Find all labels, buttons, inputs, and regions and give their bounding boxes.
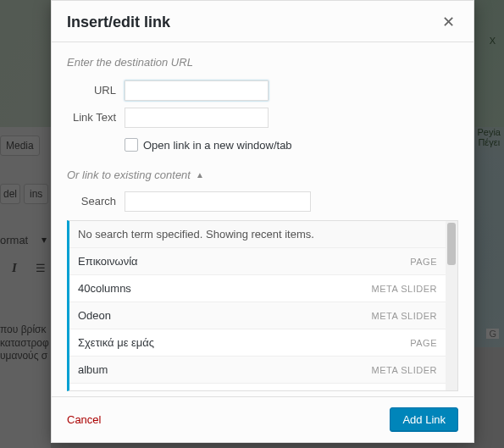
- existing-content-toggle[interactable]: Or link to existing content▲: [67, 169, 458, 181]
- insert-link-modal: Insert/edit link ✕ Enter the destination…: [51, 0, 474, 443]
- close-icon[interactable]: ✕: [439, 13, 458, 31]
- url-input[interactable]: [125, 80, 269, 101]
- url-label: URL: [67, 84, 116, 97]
- new-tab-checkbox[interactable]: [125, 138, 138, 152]
- chevron-up-icon: ▲: [196, 170, 204, 180]
- link-text-input[interactable]: [125, 108, 269, 128]
- results-message: No search term specified. Showing recent…: [69, 221, 446, 248]
- results-list: No search term specified. Showing recent…: [67, 220, 446, 391]
- modal-footer: Cancel Add Link: [52, 396, 474, 442]
- new-tab-label: Open link in a new window/tab: [143, 139, 292, 152]
- list-item[interactable]: Το Φρούριο των Σαράντα ΚολώνωνPAGE: [69, 384, 446, 391]
- cancel-button[interactable]: Cancel: [67, 413, 101, 426]
- search-label: Search: [67, 195, 116, 208]
- search-input[interactable]: [125, 191, 311, 212]
- link-text-label: Link Text: [67, 111, 116, 124]
- add-link-button[interactable]: Add Link: [390, 407, 458, 432]
- scrollbar-thumb[interactable]: [447, 223, 456, 265]
- modal-title: Insert/edit link: [67, 14, 170, 31]
- modal-header: Insert/edit link ✕: [52, 1, 474, 42]
- list-item[interactable]: ΕπικοινωνίαPAGE: [69, 248, 446, 275]
- list-item[interactable]: Σχετικά με εμάςPAGE: [69, 329, 446, 357]
- modal-body: Enter the destination URL URL Link Text …: [52, 42, 474, 396]
- scrollbar[interactable]: [446, 220, 458, 391]
- list-item[interactable]: OdeonMETA SLIDER: [69, 302, 446, 329]
- list-item[interactable]: albumMETA SLIDER: [69, 357, 446, 384]
- list-item[interactable]: 40columnsMETA SLIDER: [69, 275, 446, 302]
- url-hint: Enter the destination URL: [67, 56, 458, 69]
